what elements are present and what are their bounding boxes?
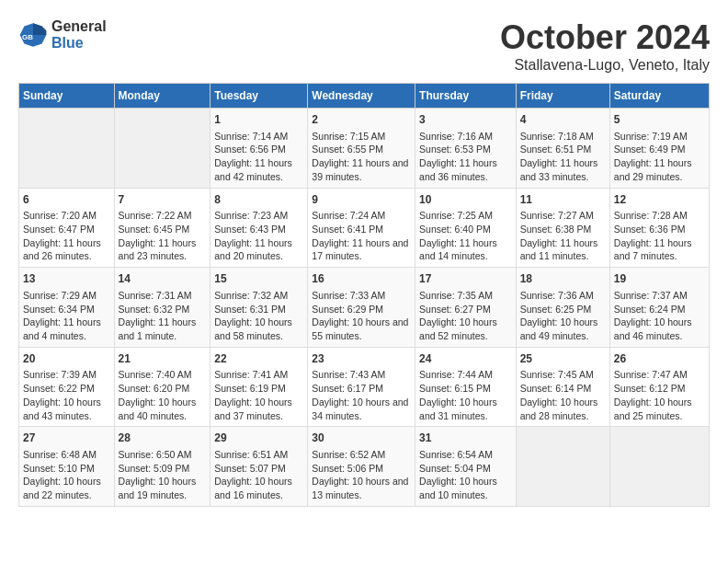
day-cell: 14Sunrise: 7:31 AMSunset: 6:32 PMDayligh… <box>114 268 210 348</box>
day-cell: 6Sunrise: 7:20 AMSunset: 6:47 PMDaylight… <box>19 188 115 268</box>
day-cell: 2Sunrise: 7:15 AMSunset: 6:55 PMDaylight… <box>308 109 415 189</box>
day-cell: 23Sunrise: 7:43 AMSunset: 6:17 PMDayligh… <box>308 347 415 427</box>
location: Stallavena-Lugo, Veneto, Italy <box>500 57 710 74</box>
week-row-2: 6Sunrise: 7:20 AMSunset: 6:47 PMDaylight… <box>19 188 710 268</box>
day-cell: 12Sunrise: 7:28 AMSunset: 6:36 PMDayligh… <box>609 188 709 268</box>
week-row-3: 13Sunrise: 7:29 AMSunset: 6:34 PMDayligh… <box>19 268 710 348</box>
logo-icon: GB <box>18 20 48 50</box>
logo-general: General <box>51 18 107 34</box>
logo-text: General Blue <box>51 18 107 51</box>
day-cell: 28Sunrise: 6:50 AMSunset: 5:09 PMDayligh… <box>114 427 210 507</box>
week-row-1: 1Sunrise: 7:14 AMSunset: 6:56 PMDaylight… <box>19 109 710 189</box>
logo-blue: Blue <box>51 35 84 51</box>
col-saturday: Saturday <box>609 84 709 109</box>
col-monday: Monday <box>114 84 210 109</box>
day-cell: 20Sunrise: 7:39 AMSunset: 6:22 PMDayligh… <box>19 347 115 427</box>
day-cell: 4Sunrise: 7:18 AMSunset: 6:51 PMDaylight… <box>516 109 609 189</box>
day-cell: 18Sunrise: 7:36 AMSunset: 6:25 PMDayligh… <box>516 268 609 348</box>
month-title: October 2024 <box>500 18 710 57</box>
day-cell: 3Sunrise: 7:16 AMSunset: 6:53 PMDaylight… <box>415 109 517 189</box>
col-tuesday: Tuesday <box>210 84 308 109</box>
day-cell: 15Sunrise: 7:32 AMSunset: 6:31 PMDayligh… <box>210 268 308 348</box>
col-friday: Friday <box>516 84 609 109</box>
day-cell: 22Sunrise: 7:41 AMSunset: 6:19 PMDayligh… <box>210 347 308 427</box>
day-cell: 25Sunrise: 7:45 AMSunset: 6:14 PMDayligh… <box>516 347 609 427</box>
col-wednesday: Wednesday <box>308 84 415 109</box>
calendar-table: Sunday Monday Tuesday Wednesday Thursday… <box>18 83 710 507</box>
day-cell: 19Sunrise: 7:37 AMSunset: 6:24 PMDayligh… <box>609 268 709 348</box>
week-row-5: 27Sunrise: 6:48 AMSunset: 5:10 PMDayligh… <box>19 427 710 507</box>
svg-marker-1 <box>33 23 46 35</box>
day-cell: 16Sunrise: 7:33 AMSunset: 6:29 PMDayligh… <box>308 268 415 348</box>
day-cell: 13Sunrise: 7:29 AMSunset: 6:34 PMDayligh… <box>19 268 115 348</box>
day-cell: 17Sunrise: 7:35 AMSunset: 6:27 PMDayligh… <box>415 268 517 348</box>
day-cell: 7Sunrise: 7:22 AMSunset: 6:45 PMDaylight… <box>114 188 210 268</box>
day-cell: 26Sunrise: 7:47 AMSunset: 6:12 PMDayligh… <box>609 347 709 427</box>
day-cell: 27Sunrise: 6:48 AMSunset: 5:10 PMDayligh… <box>19 427 115 507</box>
day-cell: 8Sunrise: 7:23 AMSunset: 6:43 PMDaylight… <box>210 188 308 268</box>
week-row-4: 20Sunrise: 7:39 AMSunset: 6:22 PMDayligh… <box>19 347 710 427</box>
day-cell: 9Sunrise: 7:24 AMSunset: 6:41 PMDaylight… <box>308 188 415 268</box>
day-cell: 30Sunrise: 6:52 AMSunset: 5:06 PMDayligh… <box>308 427 415 507</box>
svg-text:GB: GB <box>22 32 33 40</box>
col-thursday: Thursday <box>415 84 517 109</box>
header-row: Sunday Monday Tuesday Wednesday Thursday… <box>19 84 710 109</box>
day-cell <box>609 427 709 507</box>
day-cell: 1Sunrise: 7:14 AMSunset: 6:56 PMDaylight… <box>210 109 308 189</box>
logo: GB General Blue <box>18 18 107 51</box>
day-cell: 11Sunrise: 7:27 AMSunset: 6:38 PMDayligh… <box>516 188 609 268</box>
day-cell: 31Sunrise: 6:54 AMSunset: 5:04 PMDayligh… <box>415 427 517 507</box>
title-block: October 2024 Stallavena-Lugo, Veneto, It… <box>500 18 710 74</box>
day-cell: 10Sunrise: 7:25 AMSunset: 6:40 PMDayligh… <box>415 188 517 268</box>
day-cell: 5Sunrise: 7:19 AMSunset: 6:49 PMDaylight… <box>609 109 709 189</box>
day-cell <box>19 109 115 189</box>
day-cell: 24Sunrise: 7:44 AMSunset: 6:15 PMDayligh… <box>415 347 517 427</box>
day-cell: 21Sunrise: 7:40 AMSunset: 6:20 PMDayligh… <box>114 347 210 427</box>
col-sunday: Sunday <box>19 84 115 109</box>
day-cell <box>114 109 210 189</box>
day-cell: 29Sunrise: 6:51 AMSunset: 5:07 PMDayligh… <box>210 427 308 507</box>
day-cell <box>516 427 609 507</box>
page-header: GB General Blue October 2024 Stallavena-… <box>18 18 710 74</box>
